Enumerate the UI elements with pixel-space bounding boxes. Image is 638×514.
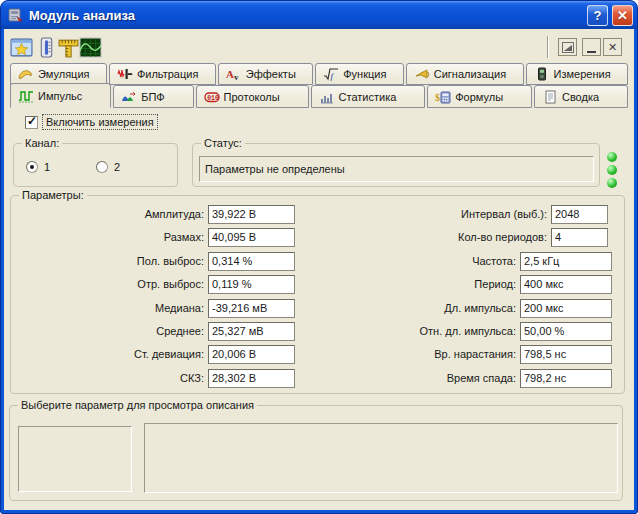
channel-2-radio[interactable]: 2 bbox=[96, 161, 120, 173]
param-label: Вр. нарастания: bbox=[365, 348, 516, 360]
checkbox-box[interactable]: ✓ bbox=[25, 116, 38, 129]
param-label: Отр. выброс: bbox=[15, 278, 204, 290]
param-value-field[interactable]: 2048 bbox=[551, 205, 608, 224]
param-row-amplitude: Амплитуда:39,922 В bbox=[15, 204, 295, 224]
titlebar[interactable]: Модуль анализа ? ✕ bbox=[1, 1, 637, 29]
param-value-field[interactable]: 0,119 % bbox=[208, 275, 295, 294]
measurements-icon bbox=[534, 67, 550, 81]
client-area: ✕ Эмуляция Фильтрация Av Эффекты f bbox=[4, 29, 634, 510]
radio-icon[interactable] bbox=[96, 161, 108, 173]
close-button[interactable]: ✕ bbox=[612, 5, 633, 26]
ruler-icon[interactable] bbox=[57, 37, 80, 58]
function-icon: f bbox=[323, 67, 339, 81]
help-button[interactable]: ? bbox=[587, 5, 608, 26]
param-row-std-deviation: Ст. девиация:20,006 В bbox=[15, 344, 295, 364]
param-value-field[interactable]: 39,922 В bbox=[208, 205, 295, 224]
signaling-icon bbox=[414, 67, 430, 81]
parameters-group-title: Параметры: bbox=[19, 189, 87, 201]
enable-measurements-checkbox[interactable]: ✓ Включить измерения bbox=[25, 115, 157, 129]
status-led-2 bbox=[607, 165, 617, 175]
tab-measurements[interactable]: Измерения bbox=[526, 63, 628, 85]
param-label: Дл. импульса: bbox=[365, 302, 516, 314]
tab-label: Измерения bbox=[554, 68, 611, 80]
param-value-field[interactable]: 40,095 В bbox=[208, 228, 295, 247]
summary-icon bbox=[542, 90, 558, 104]
parameters-group: Параметры: Амплитуда:39,922 В Размах:40,… bbox=[10, 195, 625, 394]
param-value-field[interactable]: 0,314 % bbox=[208, 252, 295, 271]
tab-label: Протоколы bbox=[224, 91, 280, 103]
tab-protocols[interactable]: 010 Протоколы bbox=[196, 85, 309, 108]
param-value-field[interactable]: 200 мкс bbox=[520, 299, 612, 318]
param-value-field[interactable]: 798,2 нс bbox=[520, 369, 612, 388]
tab-row-2: Импульс БПФ 010 Протоколы Статистика $ Ф… bbox=[10, 85, 628, 108]
param-value-field[interactable]: 4 bbox=[551, 228, 608, 247]
tab-formulas[interactable]: $ Формулы bbox=[427, 85, 532, 108]
close-panel-button[interactable]: ✕ bbox=[603, 38, 622, 56]
param-value-field[interactable]: -39,216 мВ bbox=[208, 299, 295, 318]
tab-label: Сигнализация bbox=[434, 68, 506, 80]
tab-effects[interactable]: Av Эффекты bbox=[218, 63, 313, 85]
svg-text:$: $ bbox=[435, 92, 440, 103]
svg-text:A: A bbox=[226, 68, 234, 80]
svg-text:f: f bbox=[331, 71, 335, 81]
tab-emulation[interactable]: Эмуляция bbox=[10, 63, 107, 85]
tab-strip: Эмуляция Фильтрация Av Эффекты f Функция… bbox=[10, 63, 628, 108]
svg-text:010: 010 bbox=[207, 95, 219, 102]
tab-function[interactable]: f Функция bbox=[315, 63, 404, 85]
param-label: СКЗ: bbox=[15, 372, 204, 384]
channel-1-radio[interactable]: 1 bbox=[26, 161, 50, 173]
tab-label: Функция bbox=[343, 68, 386, 80]
param-label: Ст. девиация: bbox=[15, 348, 204, 360]
tab-label: Импульс bbox=[38, 90, 82, 102]
param-value-field[interactable]: 28,302 В bbox=[208, 369, 295, 388]
tab-impulse[interactable]: Импульс bbox=[10, 83, 111, 108]
window-title: Модуль анализа bbox=[29, 8, 587, 23]
minimize-button[interactable] bbox=[582, 38, 601, 56]
param-value-field[interactable]: 400 мкс bbox=[520, 275, 612, 294]
param-row-frequency: Частота:2,5 кГц bbox=[365, 251, 612, 271]
param-value-field[interactable]: 50,00 % bbox=[520, 322, 612, 341]
toolbar: ✕ bbox=[4, 29, 634, 62]
param-row-interval: Интервал (выб.):2048 bbox=[365, 204, 608, 224]
param-label: Время спада: bbox=[365, 372, 516, 384]
status-message: Параметры не определены bbox=[199, 156, 594, 182]
channel-group: Канал: 1 2 bbox=[13, 143, 178, 187]
chart-button[interactable] bbox=[558, 38, 577, 56]
app-icon bbox=[8, 7, 24, 23]
tab-summary[interactable]: Сводка bbox=[534, 85, 628, 108]
radio-icon[interactable] bbox=[26, 161, 38, 173]
param-row-period: Период:400 мкс bbox=[365, 274, 612, 294]
oscilloscope-icon[interactable] bbox=[79, 37, 102, 58]
channel-group-title: Канал: bbox=[22, 137, 62, 149]
param-label: Размах: bbox=[15, 231, 204, 243]
check-icon: ✓ bbox=[27, 114, 37, 128]
filtration-icon bbox=[117, 67, 133, 81]
gauge-icon[interactable] bbox=[35, 37, 58, 58]
param-value-field[interactable]: 25,327 мВ bbox=[208, 322, 295, 341]
favorites-window-icon[interactable] bbox=[10, 37, 33, 58]
tab-label: БПФ bbox=[141, 91, 165, 103]
tab-signaling[interactable]: Сигнализация bbox=[406, 63, 524, 85]
status-group: Статус: Параметры не определены bbox=[192, 143, 600, 187]
status-led-1 bbox=[607, 152, 617, 162]
tab-row-1: Эмуляция Фильтрация Av Эффекты f Функция… bbox=[10, 63, 628, 85]
param-value-field[interactable]: 20,006 В bbox=[208, 345, 295, 364]
param-value-field[interactable]: 2,5 кГц bbox=[520, 252, 612, 271]
param-value-field[interactable]: 798,5 нс bbox=[520, 345, 612, 364]
param-label: Медиана: bbox=[15, 302, 204, 314]
parameter-list-panel bbox=[18, 426, 132, 492]
tab-label: Статистика bbox=[339, 91, 397, 103]
description-text-panel bbox=[144, 423, 618, 493]
effects-icon: Av bbox=[226, 67, 242, 81]
param-label: Частота: bbox=[365, 255, 516, 267]
tab-label: Эмуляция bbox=[38, 68, 90, 80]
description-group: Выберите параметр для просмотра описания bbox=[9, 405, 623, 501]
checkbox-label[interactable]: Включить измерения bbox=[43, 115, 157, 129]
emulation-icon bbox=[18, 67, 34, 81]
tab-fft[interactable]: БПФ bbox=[113, 85, 193, 108]
tab-statistics[interactable]: Статистика bbox=[311, 85, 426, 108]
param-row-pos-overshoot: Пол. выброс:0,314 % bbox=[15, 251, 295, 271]
param-row-rise-time: Вр. нарастания:798,5 нс bbox=[365, 344, 612, 364]
tab-filtration[interactable]: Фильтрация bbox=[109, 63, 216, 85]
param-row-fall-time: Время спада:798,2 нс bbox=[365, 368, 612, 388]
